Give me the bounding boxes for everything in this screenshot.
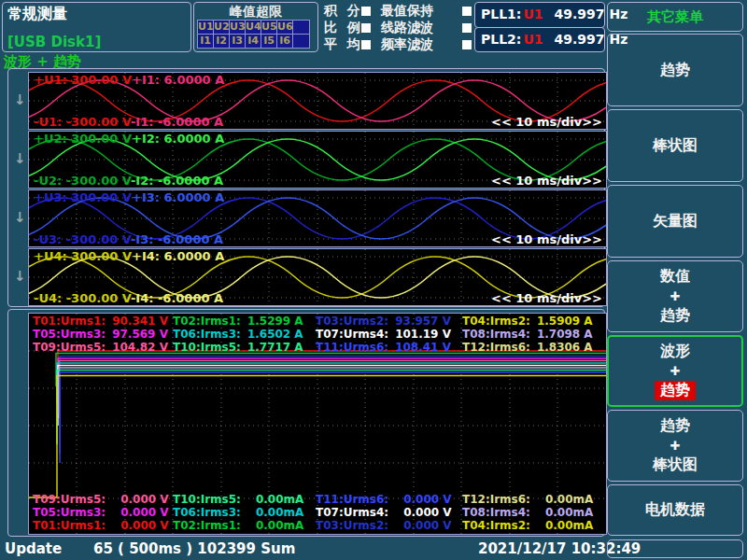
sidebar-item-label: 波形: [660, 342, 690, 361]
pll2-label: PLL2:: [481, 32, 521, 47]
peak-cell-u1: U1: [197, 20, 214, 35]
trend-trace-t11: [60, 372, 606, 463]
toggle-averaging-label: 平 均: [324, 36, 360, 53]
trigger-arrow-icon: ↓: [14, 268, 27, 285]
peak-cell-u2: U2: [213, 20, 230, 35]
trend-current-values: T01:Urms1:90.341 V T02:Irms1:1.5299 A T0…: [33, 315, 604, 354]
trend-value-t12: T12:Irms6:1.8306 A: [462, 341, 604, 354]
toggle-column-left: 积 分 比 例 平 均: [324, 3, 371, 53]
trend-value-t03: T03:Urms2:93.957 V: [316, 315, 462, 328]
peak-cell-u-blank: [292, 20, 310, 35]
sidebar-item-bar-chart[interactable]: 棒状图: [607, 109, 743, 182]
sidebar-item-label: 棒状图: [653, 136, 698, 156]
u4-scale-label: +U4: 300.00 V: [34, 249, 132, 263]
u4-min-label: -U4: -300.00 V: [34, 291, 131, 305]
toggle-scaling-label: 比 例: [324, 20, 360, 36]
trend-start-t01: T01:Urms1:0.000 V: [33, 519, 173, 532]
sidebar-item-waveform-trend[interactable]: 波形 ✚ 趋势: [607, 335, 743, 407]
checkbox-icon[interactable]: [462, 7, 472, 16]
status-bar-empty-box: [607, 539, 743, 558]
trend-start-t03: T03:Urms2:0.000 V: [316, 519, 462, 532]
checkbox-icon[interactable]: [462, 40, 472, 49]
u1-min-label: -U1: -300.00 V: [34, 115, 131, 129]
peak-over-limit-box: 峰值超限 U1 U2 U3 U4 U5 U6 I1 I2 I3 I4 I5 I6: [193, 2, 318, 52]
toggle-integration-label: 积 分: [324, 3, 360, 20]
peak-over-limit-grid: U1 U2 U3 U4 U5 U6 I1 I2 I3 I4 I5 I6: [197, 20, 309, 48]
trigger-arrow-icon: ↓: [14, 209, 27, 226]
peak-cell-i1: I1: [197, 34, 214, 49]
sidebar-item-vector-chart[interactable]: 矢量图: [607, 185, 743, 258]
trend-start-t02: T02:Irms1:0.00mA: [173, 519, 316, 532]
peak-cell-i6: I6: [276, 34, 293, 49]
trend-panel: T01:Urms1:90.341 V T02:Irms1:1.5299 A T0…: [7, 309, 605, 537]
u2-min-label: -U2: -300.00 V: [34, 174, 131, 188]
trend-value-t05: T05:Urms3:97.569 V: [33, 328, 173, 341]
trend-start-t08: T08:Irms4:0.00mA: [462, 506, 604, 519]
i1-min-label: -I1: -6.0000 A: [131, 115, 223, 129]
timebase-label: << 10 ms/div>>: [491, 115, 602, 129]
toggle-freq-filter: 频率滤波: [381, 36, 472, 53]
checkbox-icon[interactable]: [361, 23, 371, 33]
u1-scale-label: +U1: 300.00 V: [34, 73, 132, 87]
trend-trace-t06: [57, 363, 606, 402]
checkbox-icon[interactable]: [361, 7, 371, 16]
peak-cell-i2: I2: [213, 34, 230, 49]
timebase-label: << 10 ms/div>>: [491, 174, 602, 188]
sidebar-item-trend-bar-chart[interactable]: 趋势 ✚ 棒状图: [607, 410, 743, 482]
sidebar-item-numeric-trend[interactable]: 数值 ✚ 趋势: [607, 260, 743, 332]
measure-mode-box: 常规测量 [USB Disk1]: [2, 2, 191, 52]
u2-scale-label: +U2: 300.00 V: [34, 132, 132, 146]
peak-cell-i-blank: [292, 34, 310, 49]
trend-value-t09: T09:Urms5:104.82 V: [33, 341, 173, 354]
sidebar-item-motor-data[interactable]: 电机数据: [607, 484, 743, 536]
trend-start-t04: T04:Irms2:0.00mA: [462, 519, 604, 532]
i4-min-label: -I4: -6.0000 A: [131, 291, 223, 305]
trend-value-t08: T08:Irms4:1.7098 A: [462, 328, 604, 341]
toggle-max-hold-label: 最值保持: [381, 3, 433, 20]
trend-trace-t04: [29, 376, 606, 498]
toggle-column-right: 最值保持 线路滤波 频率滤波: [381, 3, 472, 53]
u3-scale-label: +U3: 300.00 V: [34, 190, 132, 204]
sidebar-item-label: 棒状图: [653, 455, 698, 475]
trigger-arrow-icon: ↓: [14, 150, 27, 167]
toggle-line-filter: 线路滤波: [381, 20, 472, 36]
i2-min-label: -I2: -6.0000 A: [131, 174, 223, 188]
i4-scale-label: +I4: 6.0000 A: [132, 249, 224, 263]
pll2-box: PLL2:U149.997 Hz: [474, 27, 605, 52]
pll2-row: PLL2:U149.997 Hz: [481, 32, 627, 47]
trend-value-t06: T06:Irms3:1.6502 A: [173, 328, 316, 341]
trend-start-t07: T07:Urms4:0.000 V: [316, 506, 462, 519]
sidebar-item-label: 数值: [660, 267, 690, 287]
toggle-freq-filter-label: 频率滤波: [381, 36, 433, 53]
trend-value-t01: T01:Urms1:90.341 V: [33, 315, 173, 328]
sidebar-menu-title: 其它菜单: [608, 3, 742, 31]
pll1-label: PLL1:: [481, 7, 521, 21]
i1-scale-label: +I1: 6.0000 A: [132, 73, 224, 87]
peak-cell-i4: I4: [245, 34, 261, 49]
i2-scale-label: +I2: 6.0000 A: [132, 132, 224, 146]
trigger-arrow-icon: ↓: [14, 91, 27, 108]
trend-start-t12: T12:Irms6:0.00mA: [462, 493, 604, 506]
trend-value-t04: T04:Irms2:1.5909 A: [462, 315, 604, 328]
peak-cell-i3: I3: [229, 34, 246, 49]
waveform-channel-2: +U2: 300.00 V+I2: 6.0000 A -U2: -300.00 …: [28, 131, 607, 189]
checkbox-icon[interactable]: [361, 40, 371, 49]
trend-value-t07: T07:Urms4:101.19 V: [316, 328, 462, 341]
sidebar-item-label: 趋势: [660, 61, 690, 80]
trend-trace-t01: [58, 351, 606, 396]
timebase-label: << 10 ms/div>>: [491, 291, 602, 305]
pll2-source: U1: [523, 32, 543, 47]
waveform-panel: ↓ ↓ ↓ ↓ +U1: 300.00 V+I1: 6.0000 A -U1: …: [7, 68, 605, 307]
trend-plot-area: T01:Urms1:90.341 V T02:Irms1:1.5299 A T0…: [28, 313, 607, 535]
sidebar-item-trend[interactable]: 趋势: [607, 34, 743, 106]
trend-start-t05: T05:Urms3:0.000 V: [33, 506, 173, 519]
trend-start-t09: T09:Urms5:0.000 V: [33, 493, 173, 506]
waveform-channel-3: +U3: 300.00 V+I3: 6.0000 A -U3: -300.00 …: [28, 189, 607, 247]
analyzer-screen: 常规测量 [USB Disk1] 峰值超限 U1 U2 U3 U4 U5 U6 …: [0, 0, 747, 560]
peak-cell-u3: U3: [229, 20, 246, 35]
toggle-line-filter-label: 线路滤波: [381, 20, 433, 36]
plus-icon: ✚: [670, 364, 681, 378]
trend-value-t11: T11:Urms6:108.41 V: [316, 341, 462, 354]
sidebar-item-label-selected: 趋势: [655, 381, 696, 400]
checkbox-icon[interactable]: [462, 23, 472, 33]
